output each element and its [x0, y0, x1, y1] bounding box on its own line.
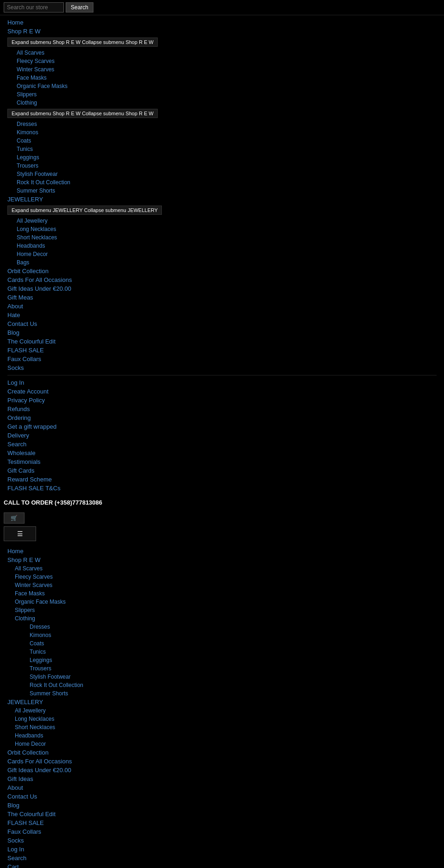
sec-nav-log-in[interactable]: Log In: [7, 845, 437, 854]
sec-nav-gift-ideas-under-2000[interactable]: Gift Ideas Under €20.00: [7, 766, 437, 774]
search-button[interactable]: Search: [66, 2, 93, 12]
nav-wholesale[interactable]: Wholesale: [7, 449, 437, 457]
sec-nav-home-decor[interactable]: Home Decor: [15, 740, 437, 748]
search-input[interactable]: [4, 2, 64, 12]
sec-nav-short-necklaces[interactable]: Short Necklaces: [15, 723, 437, 731]
nav-home[interactable]: Home: [7, 18, 437, 27]
nav-shop-rew[interactable]: Shop R E W: [7, 27, 437, 36]
nav-tunics[interactable]: Tunics: [17, 145, 437, 153]
nav-all-jewellery[interactable]: All Jewellery: [17, 217, 437, 225]
nav-refunds[interactable]: Refunds: [7, 405, 437, 413]
expand-shop-rew-btn[interactable]: Expand submenu Shop R E W Collapse subme…: [7, 37, 158, 47]
sec-nav-summer-shorts[interactable]: Summer Shorts: [30, 689, 437, 698]
nav-testimonials[interactable]: Testimonials: [7, 457, 437, 466]
menu-icon-btn[interactable]: ☰: [4, 526, 36, 541]
nav-kimonos[interactable]: Kimonos: [17, 128, 437, 137]
cart-area: 🛒 ☰: [0, 510, 444, 544]
nav-flash-sale-tcs[interactable]: FLASH SALE T&Cs: [7, 484, 437, 493]
nav-privacy-policy[interactable]: Privacy Policy: [7, 396, 437, 405]
nav-coats[interactable]: Coats: [17, 137, 437, 145]
nav-blog[interactable]: Blog: [7, 328, 437, 337]
sec-nav-trousers[interactable]: Trousers: [30, 664, 437, 673]
nav-winter-scarves[interactable]: Winter Scarves: [17, 65, 437, 74]
nav-slippers[interactable]: Slippers: [17, 90, 437, 99]
sec-nav-search[interactable]: Search: [7, 854, 437, 862]
nav-delivery[interactable]: Delivery: [7, 431, 437, 440]
sec-nav-leggings[interactable]: Leggings: [30, 656, 437, 664]
sec-nav-tunics[interactable]: Tunics: [30, 648, 437, 656]
nav-organic-face-masks[interactable]: Organic Face Masks: [17, 82, 437, 90]
nav-summer-shorts[interactable]: Summer Shorts: [17, 187, 437, 195]
sec-nav-coats[interactable]: Coats: [30, 639, 437, 648]
nav-cards-all-occasions[interactable]: Cards For All Occasions: [7, 275, 437, 284]
nav-orbit-collection[interactable]: Orbit Collection: [7, 267, 437, 275]
nav-flash-sale[interactable]: FLASH SALE: [7, 346, 437, 355]
nav-socks[interactable]: Socks: [7, 363, 437, 372]
nav-colourful-edit[interactable]: The Colourful Edit: [7, 337, 437, 346]
nav-reward-scheme[interactable]: Reward Scheme: [7, 475, 437, 484]
nav-hate[interactable]: Hate: [7, 311, 437, 319]
sec-nav-cart[interactable]: Cart: [7, 862, 437, 868]
sec-nav-all-scarves[interactable]: All Scarves: [15, 564, 437, 573]
nav-log-in[interactable]: Log In: [7, 378, 437, 387]
nav-jewellery[interactable]: JEWELLERY: [7, 195, 437, 204]
nav-leggings[interactable]: Leggings: [17, 153, 437, 162]
sec-nav-kimonos[interactable]: Kimonos: [30, 631, 437, 639]
sec-nav-shop-rew[interactable]: Shop R E W: [7, 556, 437, 564]
nav-home-decor[interactable]: Home Decor: [17, 250, 437, 258]
nav-ordering[interactable]: Ordering: [7, 413, 437, 422]
nav-create-account[interactable]: Create Account: [7, 387, 437, 396]
nav-long-necklaces[interactable]: Long Necklaces: [17, 225, 437, 233]
nav-stylish-footwear[interactable]: Stylish Footwear: [17, 170, 437, 178]
nav-divider-1: [7, 375, 437, 375]
sec-nav-flash-sale[interactable]: FLASH SALE: [7, 818, 437, 827]
sec-nav-gift-ideas[interactable]: Gift Ideas: [7, 774, 437, 783]
nav-gift-cards[interactable]: Gift Cards: [7, 466, 437, 475]
sec-nav-all-jewellery[interactable]: All Jewellery: [15, 706, 437, 715]
sec-nav-clothing[interactable]: Clothing: [15, 614, 437, 623]
nav-rock-it-out[interactable]: Rock It Out Collection: [17, 178, 437, 187]
nav-headbands[interactable]: Headbands: [17, 242, 437, 250]
nav-gift-meas[interactable]: Gift Meas: [7, 293, 437, 302]
sec-nav-cards-all-occasions[interactable]: Cards For All Occasions: [7, 757, 437, 766]
call-to-order: CALL TO ORDER (+358)777813086: [0, 495, 444, 510]
nav-short-necklaces[interactable]: Short Necklaces: [17, 233, 437, 242]
nav-fleecy-scarves[interactable]: Fleecy Scarves: [17, 57, 437, 65]
nav-all-scarves[interactable]: All Scarves: [17, 49, 437, 57]
sec-nav-stylish-footwear[interactable]: Stylish Footwear: [30, 673, 437, 681]
sec-nav-organic-face-masks[interactable]: Organic Face Masks: [15, 598, 437, 606]
nav-face-masks[interactable]: Face Masks: [17, 74, 437, 82]
sec-nav-orbit-collection[interactable]: Orbit Collection: [7, 748, 437, 757]
sec-nav-about[interactable]: About: [7, 783, 437, 792]
nav-about[interactable]: About: [7, 302, 437, 311]
nav-gift-wrapped[interactable]: Get a gift wrapped: [7, 422, 437, 431]
nav-gift-ideas-under-2000[interactable]: Gift Ideas Under €20.00: [7, 284, 437, 293]
sec-submenu-jewellery: All Jewellery Long Necklaces Short Neckl…: [7, 706, 437, 748]
sec-nav-fleecy-scarves[interactable]: Fleecy Scarves: [15, 573, 437, 581]
sec-nav-face-masks[interactable]: Face Masks: [15, 589, 437, 598]
sec-nav-colourful-edit[interactable]: The Colourful Edit: [7, 810, 437, 818]
nav-bags[interactable]: Bags: [17, 258, 437, 267]
sec-nav-faux-collars[interactable]: Faux Collars: [7, 827, 437, 836]
nav-faux-collars[interactable]: Faux Collars: [7, 355, 437, 363]
submenu-clothing: Dresses Kimonos Coats Tunics Leggings Tr…: [7, 120, 437, 195]
sec-nav-dresses[interactable]: Dresses: [30, 623, 437, 631]
nav-trousers[interactable]: Trousers: [17, 162, 437, 170]
sec-nav-socks[interactable]: Socks: [7, 836, 437, 845]
sec-nav-contact-us[interactable]: Contact Us: [7, 792, 437, 801]
sec-nav-jewellery[interactable]: JEWELLERY: [7, 698, 437, 706]
nav-clothing[interactable]: Clothing: [17, 99, 437, 107]
cart-top-button[interactable]: 🛒: [4, 512, 25, 524]
sec-nav-rock-it-out[interactable]: Rock It Out Collection: [30, 681, 437, 689]
sec-nav-long-necklaces[interactable]: Long Necklaces: [15, 715, 437, 723]
nav-search[interactable]: Search: [7, 440, 437, 449]
sec-nav-headbands[interactable]: Headbands: [15, 731, 437, 740]
sec-nav-blog[interactable]: Blog: [7, 801, 437, 810]
sec-nav-home[interactable]: Home: [7, 547, 437, 556]
sec-nav-slippers[interactable]: Slippers: [15, 606, 437, 614]
nav-dresses[interactable]: Dresses: [17, 120, 437, 128]
sec-nav-winter-scarves[interactable]: Winter Scarves: [15, 581, 437, 589]
expand-jewellery-btn[interactable]: Expand submenu JEWELLERY Collapse submen…: [7, 206, 162, 215]
nav-contact-us[interactable]: Contact Us: [7, 319, 437, 328]
expand-shop-rew-btn-2[interactable]: Expand submenu Shop R E W Collapse subme…: [7, 109, 158, 118]
